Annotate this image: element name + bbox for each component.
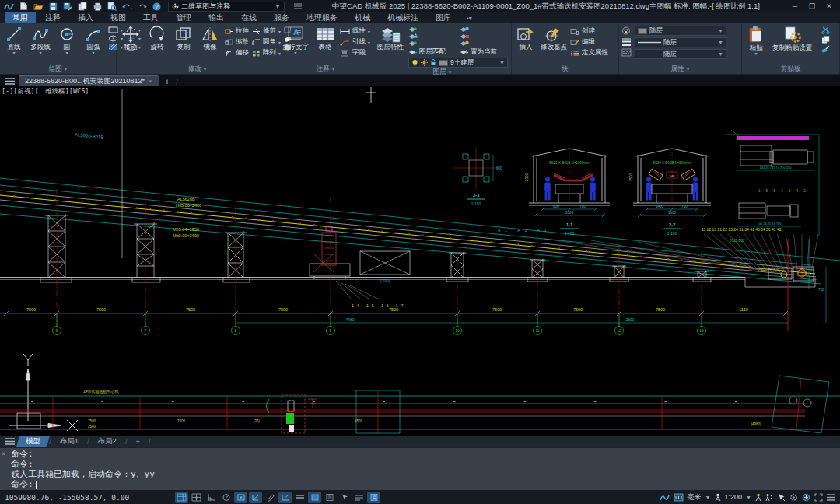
leader-tool[interactable]: 引线▾ [340, 37, 370, 47]
circle-button[interactable]: 圆▾ [55, 25, 79, 55]
dyn-input-toggle[interactable] [264, 492, 277, 503]
ribbon-collapse-icon[interactable]: ▪▾ [467, 15, 472, 22]
tab-services[interactable]: 服务 [266, 12, 297, 23]
status-menu-icon[interactable] [827, 494, 835, 501]
preview-icon[interactable] [107, 2, 117, 12]
table-button[interactable]: 表格 [313, 25, 337, 51]
transparency-toggle[interactable] [308, 492, 321, 503]
move-button[interactable]: 移动 [119, 25, 142, 51]
tab-mechanical[interactable]: 机械 [347, 12, 378, 23]
group-label-properties[interactable]: 属性▾ [621, 64, 739, 74]
mtext-button[interactable]: A 多行文字▾ [281, 25, 310, 55]
color-dropdown[interactable]: 随层▼ [635, 26, 726, 36]
paste-button[interactable]: 粘贴▾ [744, 25, 768, 56]
tab-output[interactable]: 输出 [201, 12, 232, 23]
copy-icon[interactable] [77, 2, 88, 12]
close-button[interactable]: ✕ [824, 2, 834, 11]
cursor-badge-icon[interactable] [777, 493, 786, 502]
layer-match-tool[interactable]: 图层匹配 [408, 47, 457, 57]
doc-menu-icon[interactable] [3, 76, 17, 86]
block-edit-tool[interactable]: 编辑 [570, 37, 608, 47]
units-label[interactable]: 毫米 [688, 492, 702, 502]
drawing-canvas[interactable]: [-][前视][二维线框][WCS] AL5620-B01B [0, 86, 840, 436]
command-close-icon[interactable]: ✕ [2, 450, 5, 457]
copy-clip-tool[interactable] [821, 36, 831, 44]
edit-basepoint-button[interactable]: 修改基点 [541, 25, 567, 51]
trim-tool[interactable]: 修剪▾ [252, 26, 281, 36]
save-icon[interactable] [47, 2, 58, 12]
arc-button[interactable]: 圆弧▾ [82, 25, 105, 55]
lineweight-toggle[interactable] [293, 492, 306, 503]
field-tool[interactable]: 字段 [340, 48, 370, 58]
line-button[interactable]: 直线▾ [2, 25, 26, 55]
matchprops-tool[interactable] [821, 45, 831, 53]
rotate-button[interactable]: 旋转 [145, 25, 169, 51]
layer-thaw-tool[interactable] [408, 40, 457, 46]
group-label-annotate[interactable]: 注释▾ [281, 64, 370, 74]
tab-tools[interactable]: 工具 [135, 12, 166, 23]
undo-icon[interactable] [121, 2, 132, 12]
layer-lock-tool[interactable] [408, 33, 457, 39]
group-label-draw[interactable]: 绘图▾ [2, 64, 114, 74]
tab-home[interactable]: 常用 [5, 12, 36, 23]
tab-online[interactable]: 在线 [233, 12, 264, 23]
isolate-objects-icon[interactable] [802, 493, 810, 502]
command-prompt[interactable]: 命令: [11, 479, 838, 490]
new-doc-tab-button[interactable]: + [160, 77, 174, 86]
otrack-toggle[interactable] [249, 492, 262, 503]
layer-dropdown[interactable]: 9土建层 ▼ [408, 58, 508, 68]
layer-on-tool[interactable] [408, 26, 457, 32]
print-icon[interactable] [92, 2, 103, 12]
stretch-tool[interactable]: 拉伸 [225, 26, 249, 36]
selection-cycling-toggle[interactable] [338, 492, 351, 503]
doc-close-icon[interactable]: × [149, 78, 152, 85]
group-label-block[interactable]: 块 [514, 64, 616, 74]
command-window[interactable]: ✕ 命令: 命令: 贱人工具箱已加载，启动命令：y、yy 命令: [0, 447, 840, 490]
snap-toggle[interactable] [190, 492, 203, 503]
group-label-modify[interactable]: 修改▾ [119, 64, 275, 74]
save-as-icon[interactable] [62, 2, 73, 12]
block-create-tool[interactable]: 创建 [570, 26, 608, 36]
annotation-scale-value[interactable]: 1:200 [725, 493, 743, 501]
polar-toggle[interactable] [219, 492, 233, 503]
tab-mech-dim[interactable]: 机械标注 [380, 12, 426, 23]
layout-menu-icon[interactable] [3, 436, 17, 446]
array-tool[interactable]: 阵列▾ [252, 48, 281, 58]
tab-view[interactable]: 视图 [103, 12, 134, 23]
osnap-toggle[interactable] [234, 492, 247, 503]
copy-button[interactable]: 复制 [172, 25, 195, 51]
open-folder-icon[interactable] [33, 2, 44, 12]
document-tab-active[interactable]: 22388-5620-B00...机安装图20210812* × [19, 75, 159, 86]
fullscreen-icon[interactable] [814, 493, 823, 502]
group-label-layer[interactable]: 图层▾ [376, 68, 509, 77]
layer-off-tool[interactable] [460, 40, 508, 46]
ortho-toggle[interactable] [205, 492, 218, 503]
tab-geo[interactable]: 地理服务 [299, 12, 345, 23]
maximize-button[interactable]: ❐ [807, 2, 817, 11]
layer-unlock-tool[interactable] [460, 33, 508, 39]
define-attribute-tool[interactable]: 定义属性 [570, 48, 608, 58]
cut-tool[interactable] [821, 26, 831, 34]
tab-manage[interactable]: 管理 [168, 12, 199, 23]
minimize-button[interactable]: ─ [790, 2, 800, 11]
quick-properties-toggle[interactable] [323, 492, 336, 503]
layer-freeze-tool[interactable] [460, 26, 508, 32]
dyn-ucs-toggle[interactable] [278, 492, 292, 503]
annotation-monitor-toggle[interactable] [352, 492, 366, 503]
grid-toggle[interactable] [175, 492, 188, 503]
tab-insert[interactable]: 插入 [70, 12, 101, 23]
group-label-clipboard[interactable]: 剪贴板 [744, 64, 837, 74]
insert-block-button[interactable]: 插入 [514, 25, 537, 51]
tab-annotate[interactable]: 注释 [37, 12, 68, 23]
layer-properties-button[interactable]: 图层特性 [376, 25, 405, 51]
tab-layout2[interactable]: 布局2 [90, 436, 124, 447]
offset-tool[interactable]: 偏移 [225, 48, 249, 58]
fillet-tool[interactable]: 圆角▾ [252, 37, 281, 47]
settings-gear-icon[interactable] [789, 493, 798, 502]
polyline-button[interactable]: 多段线▾ [29, 25, 52, 55]
linetype-dropdown[interactable]: 随层▼ [635, 49, 726, 59]
copy-paste-settings-button[interactable]: 复制粘贴设置 [771, 25, 814, 52]
mirror-button[interactable]: 镜像 [198, 25, 222, 51]
new-file-icon[interactable] [18, 2, 29, 12]
tab-library[interactable]: 图库 [428, 12, 459, 23]
